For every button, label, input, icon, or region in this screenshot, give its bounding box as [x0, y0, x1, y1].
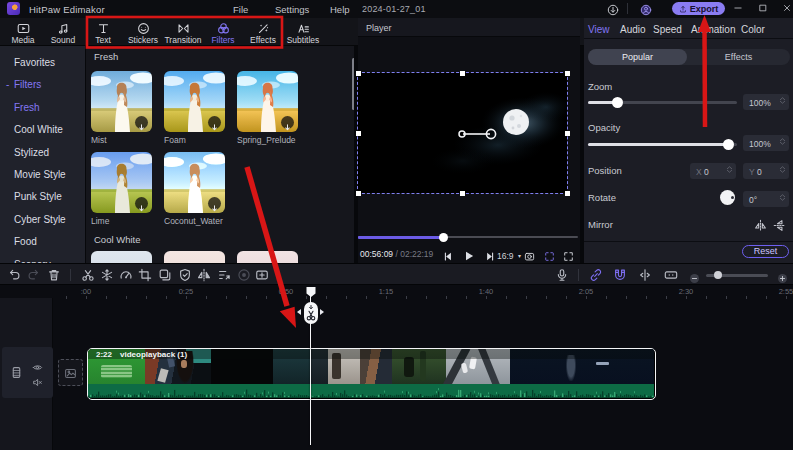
- filter-card-foam[interactable]: [164, 71, 225, 132]
- add-media-dropzone[interactable]: [58, 359, 83, 386]
- stepper-icon[interactable]: [779, 193, 786, 200]
- sidebar-item-punk-style[interactable]: Punk Style: [0, 186, 85, 208]
- download-icon[interactable]: [208, 116, 221, 129]
- ribbon-tab-text[interactable]: Text: [83, 20, 123, 45]
- video-clip[interactable]: 2:22 videoplayback (1): [87, 348, 656, 400]
- rotate-value-field[interactable]: 0°: [743, 191, 789, 207]
- zoom-value-field[interactable]: 100%: [743, 94, 789, 110]
- opacity-value-field[interactable]: 100%: [743, 135, 789, 151]
- fullscreen-button[interactable]: [563, 248, 574, 259]
- mute-icon[interactable]: [32, 374, 43, 385]
- nudge-left-icon[interactable]: [297, 309, 301, 315]
- nudge-right-icon[interactable]: [320, 309, 324, 315]
- inspector-tab-audio[interactable]: Audio: [620, 24, 646, 35]
- stepper-icon[interactable]: [779, 165, 786, 172]
- minimize-button[interactable]: [733, 3, 743, 13]
- opacity-slider[interactable]: [588, 143, 737, 146]
- filter-card-coconut_water[interactable]: [164, 152, 225, 213]
- ribbon-tab-filters[interactable]: Filters: [203, 20, 243, 45]
- undo-icon[interactable]: [7, 268, 21, 282]
- delete-icon[interactable]: [47, 268, 61, 282]
- ribbon-tab-effects[interactable]: Effects: [243, 20, 283, 45]
- position-y-field[interactable]: Y 0: [743, 163, 789, 179]
- user-account-icon[interactable]: [640, 2, 652, 14]
- crop-icon[interactable]: [138, 268, 152, 282]
- sidebar-item-scenery[interactable]: Scenery: [0, 254, 85, 263]
- zoom-slider-handle[interactable]: [612, 97, 623, 108]
- snapshot-button[interactable]: [524, 248, 535, 259]
- stepper-icon[interactable]: [726, 165, 733, 172]
- filter-card-mist[interactable]: [91, 71, 152, 132]
- copy-icon[interactable]: [158, 268, 172, 282]
- close-button[interactable]: [782, 3, 792, 13]
- sidebar-item-favorites[interactable]: Favorites: [0, 52, 85, 74]
- inspector-tab-speed[interactable]: Speed: [653, 24, 682, 35]
- mirror-icon[interactable]: [197, 268, 211, 282]
- player-progress-bar[interactable]: [358, 235, 580, 239]
- scrollbar-thumb[interactable]: [352, 58, 355, 110]
- add-to-track-icon[interactable]: [255, 268, 269, 282]
- playhead-split-grip[interactable]: [304, 302, 318, 324]
- download-icon[interactable]: [208, 197, 221, 210]
- selection-handle[interactable]: [356, 191, 361, 196]
- selection-handle[interactable]: [356, 71, 361, 76]
- video-preview[interactable]: [358, 73, 567, 193]
- zoom-in-icon[interactable]: [777, 270, 788, 281]
- stepper-icon[interactable]: [779, 96, 786, 103]
- sidebar-item-movie-style[interactable]: Movie Style: [0, 164, 85, 186]
- inspector-tab-view[interactable]: View: [588, 24, 610, 35]
- inspector-tab-animation[interactable]: Animation: [691, 24, 735, 35]
- sidebar-item-cyber-style[interactable]: Cyber Style: [0, 209, 85, 231]
- opacity-slider-handle[interactable]: [723, 139, 734, 150]
- sidebar-item-filters[interactable]: -Filters: [0, 74, 85, 96]
- filter-card-lime[interactable]: [91, 152, 152, 213]
- sidebar-item-stylized[interactable]: Stylized: [0, 142, 85, 164]
- sidebar-item-fresh[interactable]: Fresh: [0, 97, 85, 119]
- play-button[interactable]: [463, 248, 475, 260]
- menu-help[interactable]: Help: [330, 4, 350, 15]
- filter-card[interactable]: [237, 251, 298, 263]
- stepper-icon[interactable]: [779, 137, 786, 144]
- motion-icon[interactable]: [217, 268, 231, 282]
- selection-handle[interactable]: [565, 191, 570, 196]
- ribbon-tab-sound[interactable]: Sound: [43, 20, 83, 45]
- previous-frame-button[interactable]: [443, 248, 454, 259]
- playhead-head[interactable]: [305, 286, 317, 298]
- zoom-out-icon[interactable]: [689, 270, 700, 281]
- freeze-frame-icon[interactable]: [100, 268, 114, 282]
- split-icon[interactable]: [81, 268, 95, 282]
- next-frame-button[interactable]: [484, 248, 495, 259]
- ribbon-tab-media[interactable]: Media: [3, 20, 43, 45]
- download-icon[interactable]: [135, 197, 148, 210]
- rotate-dial[interactable]: [720, 190, 735, 205]
- reset-button[interactable]: Reset: [742, 245, 789, 258]
- filter-card[interactable]: [164, 251, 225, 263]
- selection-handle[interactable]: [460, 191, 465, 196]
- transform-handle[interactable]: [456, 126, 498, 142]
- position-x-field[interactable]: X 0: [690, 163, 736, 179]
- filter-card[interactable]: [91, 251, 152, 263]
- menu-settings[interactable]: Settings: [275, 4, 309, 15]
- link-icon[interactable]: [589, 268, 603, 282]
- segment-popular[interactable]: Popular: [588, 52, 687, 62]
- download-icon[interactable]: [607, 2, 619, 14]
- maximize-button[interactable]: [758, 3, 768, 13]
- visibility-icon[interactable]: [32, 359, 43, 370]
- selection-handle[interactable]: [356, 131, 361, 136]
- sidebar-item-cool-white[interactable]: Cool White: [0, 119, 85, 141]
- ribbon-tab-transition[interactable]: Transition: [163, 20, 203, 45]
- download-icon[interactable]: [135, 116, 148, 129]
- speed-icon[interactable]: [119, 268, 133, 282]
- inspector-tab-color[interactable]: Color: [741, 24, 765, 35]
- ribbon-tab-subtitles[interactable]: Subtitles: [283, 20, 323, 45]
- flip-vertical-icon[interactable]: [773, 218, 786, 231]
- export-button[interactable]: Export: [672, 2, 725, 15]
- collapse-icon[interactable]: -: [6, 74, 9, 96]
- selection-handle[interactable]: [460, 71, 465, 76]
- magnet-icon[interactable]: [613, 268, 627, 282]
- download-icon[interactable]: [281, 116, 294, 129]
- selection-handle[interactable]: [565, 71, 570, 76]
- zoom-slider[interactable]: [588, 101, 737, 104]
- split-marker-icon[interactable]: [638, 268, 652, 282]
- filter-card-spring_prelude[interactable]: [237, 71, 298, 132]
